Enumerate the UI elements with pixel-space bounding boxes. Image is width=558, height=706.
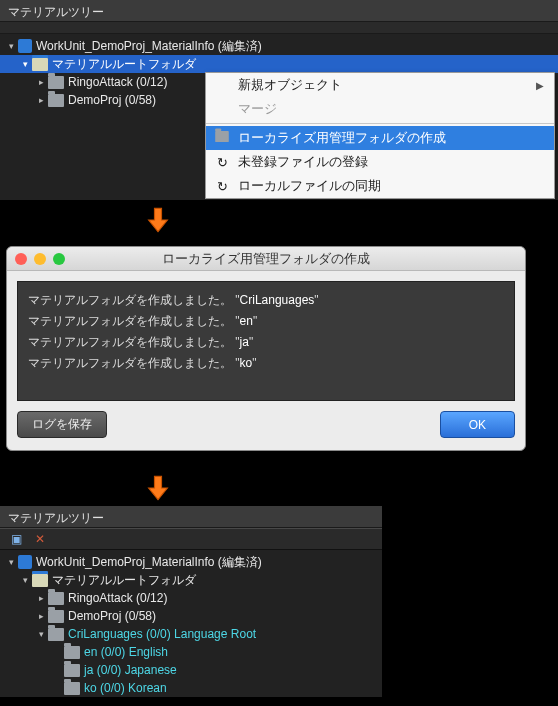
tree-row[interactable]: ▸ RingoAttack (0/12) [0,589,382,607]
folder-icon [48,94,64,107]
spacer [52,647,62,657]
material-tree-panel-after: マテリアルツリー ▣ ✕ ▾ WorkUnit_DemoProj_Materia… [0,506,382,697]
tree-row-root-folder[interactable]: ▾ マテリアルルートフォルダ [0,571,382,589]
folder-icon [48,592,64,605]
root-folder-label: マテリアルルートフォルダ [52,56,196,73]
panel-toolbar [0,22,558,34]
spacer [52,683,62,693]
close-icon[interactable] [15,253,27,265]
context-menu: 新規オブジェクト ▶ マージ ローカライズ用管理フォルダの作成 ↻ 未登録ファイ… [205,72,555,199]
tree-row-lang-ko[interactable]: ko (0/0) Korean [0,679,382,697]
create-locale-folder-dialog: ローカライズ用管理フォルダの作成 マテリアルフォルダを作成しました。 "CriL… [6,246,526,451]
tree-row-workunit[interactable]: ▾ WorkUnit_DemoProj_MaterialInfo (編集済) [0,37,558,55]
ok-button[interactable]: OK [440,411,515,438]
chevron-down-icon[interactable]: ▾ [6,557,16,567]
ctx-label: マージ [238,100,277,118]
folder-open-icon [32,574,48,587]
tree-item-label: RingoAttack (0/12) [68,75,167,89]
window-controls [15,253,65,265]
workunit-icon [18,555,32,569]
tree-item-label: ko (0/0) Korean [84,681,167,695]
ctx-label: 未登録ファイルの登録 [238,153,368,171]
tree-row-cri-languages[interactable]: ▾ CriLanguages (0/0) Language Root [0,625,382,643]
spacer [52,665,62,675]
dialog-footer: ログを保存 OK [7,411,525,450]
tree-item-label: DemoProj (0/58) [68,93,156,107]
separator [206,123,554,124]
chevron-right-icon[interactable]: ▸ [36,77,46,87]
log-line: マテリアルフォルダを作成しました。 "ko" [28,355,504,372]
chevron-right-icon[interactable]: ▸ [36,611,46,621]
arrow-down-icon [144,474,172,502]
ctx-sync-local[interactable]: ↻ ローカルファイルの同期 [206,174,554,198]
ctx-new-object[interactable]: 新規オブジェクト ▶ [206,73,554,97]
dialog-titlebar: ローカライズ用管理フォルダの作成 [7,247,525,271]
tree-row[interactable]: ▸ DemoProj (0/58) [0,607,382,625]
tree-area: ▾ WorkUnit_DemoProj_MaterialInfo (編集済) ▾… [0,34,558,200]
ctx-label: 新規オブジェクト [238,76,342,94]
arrow-down-icon [144,206,172,234]
zoom-icon[interactable] [53,253,65,265]
folder-icon [214,130,230,146]
add-icon[interactable]: ▣ [8,531,24,547]
save-log-button[interactable]: ログを保存 [17,411,107,438]
panel-title: マテリアルツリー [0,0,558,22]
chevron-down-icon[interactable]: ▾ [36,629,46,639]
ctx-merge: マージ [206,97,554,121]
folder-icon [48,628,64,641]
tree-row-root-folder[interactable]: ▾ マテリアルルートフォルダ [0,55,558,73]
ctx-label: ローカライズ用管理フォルダの作成 [238,129,446,147]
tree-item-label: en (0/0) English [84,645,168,659]
folder-icon [64,682,80,695]
tree-item-label: RingoAttack (0/12) [68,591,167,605]
panel-toolbar: ▣ ✕ [0,528,382,550]
root-folder-label: マテリアルルートフォルダ [52,572,196,589]
tree-row-lang-en[interactable]: en (0/0) English [0,643,382,661]
folder-open-icon [32,58,48,71]
ctx-create-locale-folder[interactable]: ローカライズ用管理フォルダの作成 [206,126,554,150]
folder-icon [64,646,80,659]
tree-area: ▾ WorkUnit_DemoProj_MaterialInfo (編集済) ▾… [0,550,382,697]
refresh-icon: ↻ [214,179,230,194]
refresh-icon: ↻ [214,155,230,170]
tree-item-label: CriLanguages (0/0) Language Root [68,627,256,641]
material-tree-panel-before: マテリアルツリー ▾ WorkUnit_DemoProj_MaterialInf… [0,0,558,200]
workunit-icon [18,39,32,53]
chevron-right-icon[interactable]: ▸ [36,593,46,603]
workunit-label: WorkUnit_DemoProj_MaterialInfo (編集済) [36,38,262,55]
chevron-right-icon[interactable]: ▸ [36,95,46,105]
folder-icon [48,610,64,623]
ctx-label: ローカルファイルの同期 [238,177,381,195]
ctx-register-files[interactable]: ↻ 未登録ファイルの登録 [206,150,554,174]
tree-row-workunit[interactable]: ▾ WorkUnit_DemoProj_MaterialInfo (編集済) [0,553,382,571]
chevron-down-icon[interactable]: ▾ [6,41,16,51]
dialog-title: ローカライズ用管理フォルダの作成 [162,250,370,268]
minimize-icon[interactable] [34,253,46,265]
log-line: マテリアルフォルダを作成しました。 "ja" [28,334,504,351]
chevron-right-icon: ▶ [536,80,544,91]
log-line: マテリアルフォルダを作成しました。 "CriLanguages" [28,292,504,309]
dialog-log: マテリアルフォルダを作成しました。 "CriLanguages" マテリアルフォ… [17,281,515,401]
folder-icon [64,664,80,677]
chevron-down-icon[interactable]: ▾ [20,59,30,69]
folder-icon [48,76,64,89]
tree-row-lang-ja[interactable]: ja (0/0) Japanese [0,661,382,679]
panel-title: マテリアルツリー [0,506,382,528]
delete-icon[interactable]: ✕ [32,531,48,547]
chevron-down-icon[interactable]: ▾ [20,575,30,585]
tree-item-label: DemoProj (0/58) [68,609,156,623]
log-line: マテリアルフォルダを作成しました。 "en" [28,313,504,330]
tree-item-label: ja (0/0) Japanese [84,663,177,677]
workunit-label: WorkUnit_DemoProj_MaterialInfo (編集済) [36,554,262,571]
